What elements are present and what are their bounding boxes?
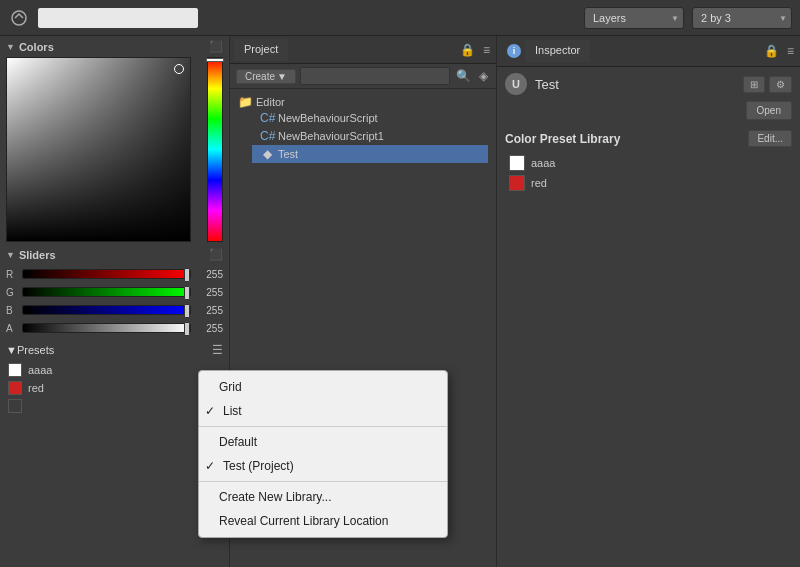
create-arrow-icon: ▼ — [277, 71, 287, 82]
cpl-header: Color Preset Library Edit... — [505, 130, 792, 147]
search-icon[interactable]: 🔍 — [454, 68, 473, 84]
list-item[interactable]: ◆ Test — [252, 145, 488, 163]
context-menu-item-grid[interactable]: Grid — [199, 375, 447, 399]
green-slider-track[interactable] — [22, 287, 191, 297]
preset-swatch-red — [8, 381, 22, 395]
toolbar-icon — [8, 7, 30, 29]
editor-folder-label: Editor — [256, 96, 285, 108]
inspector-select-icon-btn[interactable]: ⊞ — [743, 76, 765, 93]
layout-dropdown-wrapper[interactable]: 2 by 3 — [692, 7, 792, 29]
asset-icon: ◆ — [260, 147, 274, 161]
presets-menu-icon[interactable]: ☰ — [212, 343, 223, 357]
preset-name-aaaa: aaaa — [28, 364, 52, 376]
sliders-section-label: Sliders — [19, 249, 56, 261]
project-search-input[interactable] — [300, 67, 450, 85]
inspector-menu-icon[interactable]: ≡ — [785, 42, 796, 60]
blue-slider-row: B 255 — [6, 301, 223, 319]
file-name-script2: NewBehaviourScript1 — [278, 130, 384, 142]
color-preset-library-section: Color Preset Library Edit... aaaa red — [497, 124, 800, 199]
script-icon: C# — [260, 129, 274, 143]
colors-arrow: ▼ — [6, 42, 15, 52]
inspector-panel: i Inspector 🔒 ≡ U Test ⊞ ⚙ Open Color Pr… — [497, 36, 800, 567]
tab-inspector[interactable]: Inspector — [525, 40, 590, 62]
filter-icon[interactable]: ◈ — [477, 68, 490, 84]
file-name-test: Test — [278, 148, 298, 160]
top-bar: Layers 2 by 3 — [0, 0, 800, 36]
blue-slider-track[interactable] — [22, 305, 191, 315]
context-menu-item-reveal[interactable]: Reveal Current Library Location — [199, 509, 447, 533]
alpha-value: 255 — [195, 323, 223, 334]
inspector-gear-btn[interactable]: ⚙ — [769, 76, 792, 93]
sliders-header: ▼ R Sliders ⬛ — [6, 244, 223, 265]
unity-logo-icon: U — [505, 73, 527, 95]
list-item[interactable]: aaaa — [505, 153, 792, 173]
cpl-title: Color Preset Library — [505, 132, 748, 146]
inspector-lock-icon[interactable]: 🔒 — [762, 42, 781, 60]
green-slider-row: G 255 — [6, 283, 223, 301]
layout-dropdown[interactable]: 2 by 3 — [692, 7, 792, 29]
context-menu: Grid List Default Test (Project) Create … — [198, 370, 448, 538]
inspector-object-header: U Test ⊞ ⚙ — [497, 67, 800, 101]
red-slider-row: R 255 — [6, 265, 223, 283]
list-item[interactable]: red — [505, 173, 792, 193]
list-item[interactable]: red — [0, 379, 229, 397]
editor-folder: 📁 Editor C# NewBehaviourScript C# NewBeh… — [230, 93, 496, 165]
blue-value: 255 — [195, 305, 223, 316]
alpha-slider-track[interactable] — [22, 323, 191, 333]
cpl-swatch-red — [509, 175, 525, 191]
red-slider-track[interactable] — [22, 269, 191, 279]
folder-icon: 📁 — [238, 95, 252, 109]
cpl-swatch-aaaa — [509, 155, 525, 171]
tab-menu-icon[interactable]: ≡ — [481, 41, 492, 59]
script-icon: C# — [260, 111, 274, 125]
layers-dropdown-wrapper[interactable]: Layers — [584, 7, 684, 29]
color-gradient-box[interactable] — [6, 57, 191, 242]
context-menu-divider-1 — [199, 426, 447, 427]
hue-slider[interactable] — [207, 57, 223, 242]
top-bar-search-input[interactable] — [38, 8, 198, 28]
project-toolbar: Create ▼ 🔍 ◈ — [230, 64, 496, 89]
list-item[interactable]: aaaa — [0, 361, 229, 379]
preset-name-red: red — [28, 382, 44, 394]
context-menu-item-create-library[interactable]: Create New Library... — [199, 485, 447, 509]
green-label: G — [6, 287, 18, 298]
cpl-name-red: red — [531, 177, 547, 189]
green-value: 255 — [195, 287, 223, 298]
presets-arrow: ▼ — [6, 344, 17, 356]
open-button[interactable]: Open — [746, 101, 792, 120]
list-item[interactable]: C# NewBehaviourScript — [252, 109, 488, 127]
color-picker-area[interactable] — [0, 57, 229, 242]
alpha-label: A — [6, 323, 18, 334]
context-menu-item-test-project[interactable]: Test (Project) — [199, 454, 447, 478]
red-value: 255 — [195, 269, 223, 280]
edit-button[interactable]: Edit... — [748, 130, 792, 147]
sliders-section: ▼ R Sliders ⬛ R 255 G 255 — [0, 242, 229, 339]
tab-bar-actions: 🔒 ≡ — [458, 41, 492, 59]
red-label: R — [6, 269, 18, 280]
preset-empty-swatch — [8, 399, 22, 413]
project-tab-bar: Project 🔒 ≡ — [230, 36, 496, 64]
tab-project[interactable]: Project — [234, 39, 288, 61]
colors-panel: ▼ Colors ⬛ ▼ — [0, 36, 230, 567]
list-item[interactable]: C# NewBehaviourScript1 — [252, 127, 488, 145]
list-item[interactable] — [0, 397, 229, 415]
sliders-palette-icon: ⬛ — [209, 248, 223, 261]
cpl-name-aaaa: aaaa — [531, 157, 555, 169]
lock-icon[interactable]: 🔒 — [458, 41, 477, 59]
inspector-tab-bar: i Inspector 🔒 ≡ — [497, 36, 800, 67]
editor-folder-row[interactable]: 📁 Editor — [238, 95, 488, 109]
presets-section: ▼ Presets ☰ aaaa red — [0, 339, 229, 567]
context-menu-item-list[interactable]: List — [199, 399, 447, 423]
inspector-object-title: Test — [535, 77, 559, 92]
colors-header: ▼ Colors ⬛ — [0, 36, 229, 57]
presets-title: Presets — [17, 344, 54, 356]
inspector-tab-actions: 🔒 ≡ — [762, 42, 796, 60]
create-button[interactable]: Create ▼ — [236, 69, 296, 84]
file-name-script1: NewBehaviourScript — [278, 112, 378, 124]
alpha-slider-row: A 255 — [6, 319, 223, 337]
presets-header: ▼ Presets ☰ — [0, 339, 229, 361]
sliders-arrow: ▼ — [6, 250, 15, 260]
layers-dropdown[interactable]: Layers — [584, 7, 684, 29]
context-menu-item-default[interactable]: Default — [199, 430, 447, 454]
colors-palette-icon: ⬛ — [209, 40, 223, 53]
